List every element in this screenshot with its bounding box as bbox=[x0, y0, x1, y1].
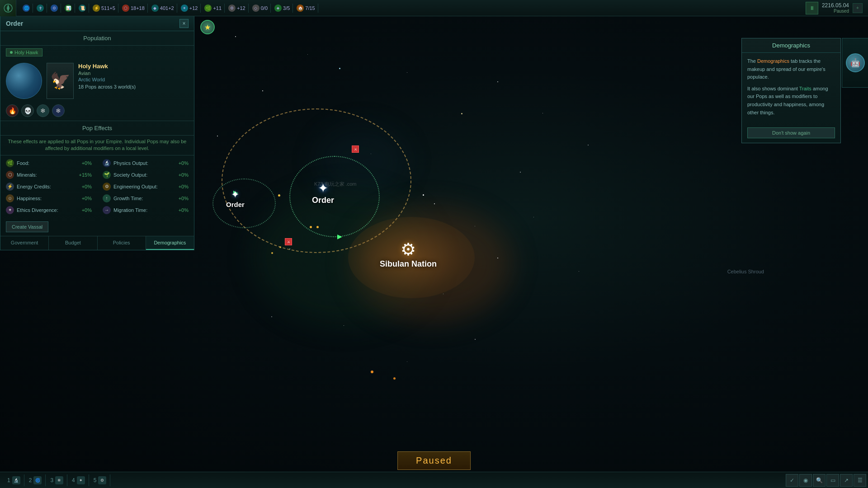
pause-button[interactable]: ⏸ bbox=[806, 2, 818, 14]
tab-policies[interactable]: Policies bbox=[98, 236, 146, 250]
view-button[interactable]: ▭ bbox=[826, 474, 839, 487]
speed-5[interactable]: 5 ⚙ bbox=[90, 474, 111, 486]
society-value: +0% bbox=[179, 172, 189, 178]
tab-government[interactable]: Government bbox=[0, 236, 49, 250]
unit-marker-2[interactable]: ⚔ bbox=[285, 238, 292, 245]
speed-3[interactable]: 3 ❄ bbox=[47, 474, 67, 486]
speed-add-button[interactable]: + bbox=[853, 3, 863, 13]
tab-budget[interactable]: Budget bbox=[49, 236, 97, 250]
ethics-icon: ✦ bbox=[6, 206, 14, 214]
search-button[interactable]: 🔍 bbox=[813, 474, 826, 487]
date-display: 2216.05.04 Paused bbox=[822, 2, 849, 14]
nav-icon-3[interactable]: ⚙ bbox=[48, 4, 61, 13]
planet-globe bbox=[6, 63, 42, 99]
order-sub-system[interactable]: ✦ Order bbox=[226, 189, 245, 209]
demographics-highlight: Demographics bbox=[757, 58, 789, 64]
order-panel: Order × Population Holy Hawk 🦅 Holy Hawk… bbox=[0, 16, 194, 250]
species-dot bbox=[10, 51, 13, 54]
close-panel-button[interactable]: × bbox=[179, 19, 189, 28]
speed-controls: 1 🔬 2 🌀 3 ❄ 4 ✦ 5 ⚙ bbox=[0, 474, 114, 486]
unit-marker-1[interactable]: ⚔ bbox=[352, 145, 359, 153]
migration-label: Migration Time: bbox=[113, 207, 176, 213]
speed-2-icon: 🌀 bbox=[33, 476, 42, 484]
bottom-right-buttons: ✓ ◉ 🔍 ▭ ↗ ☰ bbox=[784, 474, 868, 487]
resource-food[interactable]: 🌿 +11 bbox=[202, 4, 225, 13]
species-info-row: 🦅 Holy Hawk Avian Arctic World 18 Pops a… bbox=[0, 59, 194, 103]
physics-icon: 🔬 bbox=[103, 159, 111, 167]
trait-icon-4[interactable]: ❄ bbox=[52, 104, 65, 117]
resource-bar: 🌐 🗡 ⚙ 📊 📜 ⚡ 511+5 ⬡ 18+18 ◆ 401+2 ✦ +12 bbox=[16, 4, 800, 13]
effect-migration: → Migration Time: +0% bbox=[97, 204, 194, 216]
trait-icon-3[interactable]: ❄ bbox=[37, 104, 49, 117]
resource-housing[interactable]: 🏠 7/15 bbox=[294, 4, 318, 13]
favorite-button[interactable]: ★ bbox=[200, 20, 215, 34]
vassal-button-container: Create Vassal bbox=[0, 218, 194, 236]
speed-4-icon: ✦ bbox=[77, 476, 85, 484]
contacts-button[interactable]: ◉ bbox=[799, 474, 812, 487]
sibulan-nation-system[interactable]: ⚙ Sibulan Nation bbox=[380, 239, 437, 269]
menu-button[interactable]: ☰ bbox=[854, 474, 866, 487]
effect-ethics: ✦ Ethics Divergence: +0% bbox=[0, 204, 97, 216]
species-portrait-image: 🦅 bbox=[50, 71, 71, 90]
nav-icon-1[interactable]: 🌐 bbox=[20, 4, 33, 13]
happiness-value: +0% bbox=[82, 196, 92, 201]
topbar: 🌐 🗡 ⚙ 📊 📜 ⚡ 511+5 ⬡ 18+18 ◆ 401+2 ✦ +12 bbox=[0, 0, 868, 16]
resource-minerals[interactable]: ⬡ 18+18 bbox=[119, 4, 148, 13]
growth-value: +0% bbox=[179, 196, 189, 201]
species-type: Avian bbox=[78, 70, 189, 76]
species-filter-bar: Holy Hawk bbox=[0, 46, 194, 59]
effect-happiness: ☺ Happiness: +0% bbox=[0, 192, 97, 204]
expand-button[interactable]: ↗ bbox=[840, 474, 853, 487]
nav-icon-2[interactable]: 🗡 bbox=[34, 4, 47, 13]
speed-2[interactable]: 2 🌀 bbox=[25, 474, 46, 486]
engineering-label: Engineering Output: bbox=[113, 184, 176, 189]
resource-unity[interactable]: ✦ +12 bbox=[178, 4, 201, 13]
order-main-system[interactable]: ✦ Order bbox=[312, 181, 334, 205]
speed-1[interactable]: 1 🔬 bbox=[4, 474, 24, 486]
effect-society: 🌱 Society Output: +0% bbox=[97, 169, 194, 181]
empire-portrait-image: 🤖 bbox=[846, 53, 865, 72]
trait-icon-2[interactable]: 💀 bbox=[21, 104, 34, 117]
topbar-right: ⏸ 2216.05.04 Paused + bbox=[800, 2, 868, 14]
effect-minerals: ⬡ Minerals: +15% bbox=[0, 169, 97, 181]
panel-header: Order × bbox=[0, 16, 194, 31]
empire-portrait-panel[interactable]: 🤖 bbox=[842, 38, 868, 88]
ethics-value: +0% bbox=[82, 207, 92, 213]
resource-influence[interactable]: ◆ 401+2 bbox=[149, 4, 177, 13]
resource-alloys[interactable]: ⚙ +12 bbox=[226, 4, 249, 13]
resource-energy[interactable]: ⚡ 511+5 bbox=[90, 4, 118, 13]
empire-emblem[interactable] bbox=[0, 0, 16, 16]
tab-demographics[interactable]: Demographics bbox=[146, 236, 194, 250]
species-homeworld: Arctic World bbox=[78, 77, 189, 82]
fleet-move-arrow-2[interactable]: ▶ bbox=[337, 233, 342, 240]
effect-energy: ⚡ Energy Credits: +0% bbox=[0, 181, 97, 192]
food-icon: 🌿 bbox=[6, 159, 14, 167]
minerals-value: +15% bbox=[79, 172, 92, 178]
trait-icons-row: 🔥 💀 ❄ ❄ bbox=[0, 103, 194, 121]
species-filter-badge[interactable]: Holy Hawk bbox=[6, 48, 42, 56]
energy-value: +0% bbox=[82, 184, 92, 189]
species-portrait: 🦅 bbox=[47, 63, 74, 99]
create-vassal-button[interactable]: Create Vassal bbox=[6, 221, 48, 232]
demographics-para1: The Demographics tab tracks the makeup a… bbox=[747, 57, 835, 81]
traits-highlight: Traits bbox=[799, 86, 811, 91]
resource-amenities[interactable]: ♣ 3/5 bbox=[272, 4, 293, 13]
dont-show-again-button[interactable]: Don't show again bbox=[747, 127, 835, 138]
growth-label: Growth Time: bbox=[113, 196, 176, 201]
resource-consumer[interactable]: ◇ 0/0 bbox=[250, 4, 271, 13]
nav-icon-5[interactable]: 📜 bbox=[76, 4, 89, 13]
svg-point-1 bbox=[7, 7, 9, 9]
population-section-header: Population bbox=[0, 31, 194, 46]
speed-4[interactable]: 4 ✦ bbox=[68, 474, 89, 486]
bookmark-star: ★ bbox=[200, 20, 215, 34]
speed-1-icon: 🔬 bbox=[12, 476, 20, 484]
ethics-label: Ethics Divergence: bbox=[17, 207, 79, 213]
notification-button[interactable]: ✓ bbox=[786, 474, 798, 487]
food-label: Food: bbox=[17, 160, 79, 166]
trait-icon-1[interactable]: 🔥 bbox=[6, 104, 19, 117]
growth-icon: ↑ bbox=[103, 194, 111, 202]
cebelius-shroud-label: Cebelius Shroud bbox=[727, 269, 764, 274]
happiness-label: Happiness: bbox=[17, 196, 79, 201]
nav-icon-4[interactable]: 📊 bbox=[62, 4, 75, 13]
engineering-icon: ⚙ bbox=[103, 183, 111, 191]
